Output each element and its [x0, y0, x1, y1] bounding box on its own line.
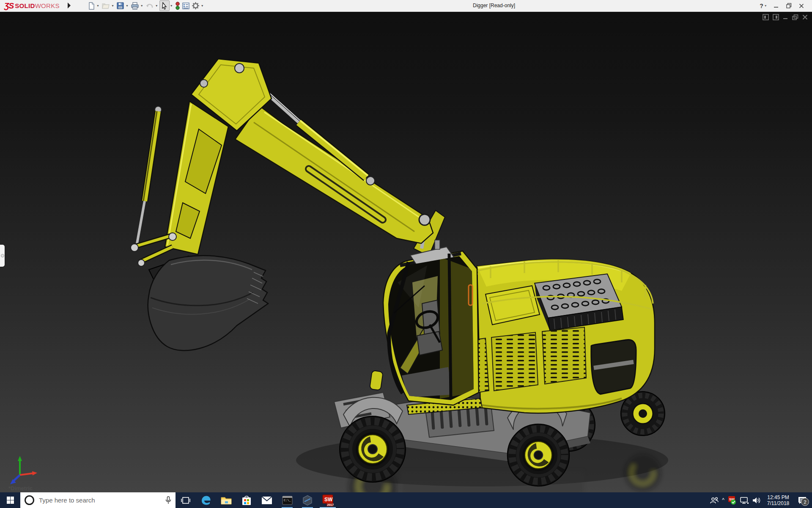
solidworks-2017-icon: SW 2017 [321, 494, 334, 506]
file-explorer-icon [221, 496, 232, 505]
edrawings-hexagon-icon [302, 495, 313, 506]
svg-text:C:\_: C:\_ [284, 499, 291, 502]
mail-icon [261, 496, 272, 505]
print-dropdown-arrow[interactable]: ▼ [140, 4, 143, 7]
view-orientation-label: *Dimetric [8, 485, 33, 491]
new-dropdown-arrow[interactable]: ▼ [96, 4, 99, 7]
traffic-light-icon [175, 2, 180, 10]
open-folder-icon [102, 2, 110, 10]
start-button[interactable] [0, 492, 20, 508]
file-properties-icon [182, 2, 190, 10]
side-mirror [370, 370, 383, 390]
options-dropdown-arrow[interactable]: ▼ [201, 4, 204, 7]
search-input[interactable] [38, 496, 162, 504]
document-window-controls [763, 14, 808, 20]
notification-badge: 2 [801, 498, 809, 506]
restore-button[interactable] [782, 0, 795, 11]
doc-restore-icon[interactable] [792, 14, 798, 20]
network-icon[interactable] [740, 497, 749, 504]
system-tray: ^ SW 12:45 PM 7/11/2018 [710, 492, 812, 508]
graphics-viewport[interactable]: *Dimetric [0, 11, 812, 492]
people-icon[interactable] [710, 497, 719, 504]
minimize-icon [774, 3, 779, 8]
doc-close-icon[interactable] [802, 14, 808, 20]
help-button[interactable]: ?▼ [757, 0, 770, 11]
stick-cylinder [137, 106, 162, 243]
action-center-button[interactable]: 2 [795, 492, 809, 508]
boom-arm[interactable] [235, 105, 433, 243]
taskbar-mail[interactable] [257, 492, 277, 508]
select-tool-button[interactable] [159, 0, 170, 11]
open-dropdown-arrow[interactable]: ▼ [111, 4, 114, 7]
doc-minimize-icon[interactable] [783, 14, 788, 20]
taskbar-solidworks[interactable]: SW 2017 [318, 492, 338, 508]
excavator-model-canvas[interactable] [0, 11, 812, 492]
menu-flyout-arrow[interactable] [68, 3, 71, 8]
cab-antenna [435, 240, 440, 249]
tray-date: 7/11/2018 [764, 500, 792, 506]
new-document-icon [88, 2, 95, 10]
task-view-icon [181, 496, 190, 505]
print-button[interactable] [130, 1, 140, 11]
solidworks-resource-monitor-icon[interactable]: SW [727, 496, 737, 505]
help-dropdown-arrow[interactable]: ▼ [764, 4, 767, 7]
svg-text:SW: SW [324, 497, 333, 502]
tray-expand-chevron[interactable]: ^ [722, 497, 724, 503]
select-dropdown-arrow[interactable]: ▼ [170, 4, 173, 7]
taskbar-command-prompt[interactable]: C:\_ [277, 492, 297, 508]
bucket[interactable] [148, 256, 268, 351]
new-document-button[interactable] [87, 1, 96, 11]
taskbar-edrawings[interactable] [297, 492, 318, 508]
close-icon [799, 3, 804, 8]
save-floppy-icon [116, 2, 124, 10]
stick-arm[interactable] [165, 59, 272, 254]
taskbar-file-explorer[interactable] [216, 492, 236, 508]
cortana-icon [25, 495, 34, 505]
solidworks-logo-glyph: ƷS [4, 1, 14, 11]
save-dropdown-arrow[interactable]: ▼ [126, 4, 129, 7]
document-title: Digger [Read-only] [473, 0, 515, 11]
tray-time: 12:45 PM [764, 494, 792, 500]
brand-name-bold: SOLID [15, 2, 35, 9]
minimize-button[interactable] [770, 0, 782, 11]
y-axis-arrow [18, 456, 22, 461]
svg-text:2017: 2017 [327, 503, 334, 506]
undo-icon [145, 3, 154, 9]
task-view-button[interactable] [176, 492, 196, 508]
select-cursor-icon [161, 2, 168, 10]
open-button[interactable] [101, 1, 111, 11]
window-1-icon[interactable] [763, 14, 769, 20]
restore-down-icon [786, 3, 792, 8]
edge-icon [200, 495, 211, 506]
wheel-front-left [340, 416, 406, 482]
wheel-front-right [508, 424, 570, 486]
file-properties-button[interactable] [181, 1, 191, 11]
title-bar: ƷS SOLIDWORKS ▼ ▼ ▼ [0, 0, 812, 12]
undo-dropdown-arrow[interactable]: ▼ [155, 4, 158, 7]
save-button[interactable] [115, 1, 125, 11]
taskbar-edge[interactable] [196, 492, 216, 508]
close-button[interactable] [795, 0, 808, 11]
solidworks-logo: ƷS SOLIDWORKS [4, 0, 60, 11]
microphone-icon[interactable] [165, 496, 171, 505]
standard-toolbar: ▼ ▼ ▼ ▼ [87, 0, 205, 11]
excavator-model[interactable] [131, 59, 665, 486]
cab-mid-pillar [449, 254, 451, 398]
reference-triad[interactable] [10, 456, 37, 484]
microsoft-store-icon [241, 495, 252, 506]
volume-icon[interactable] [752, 497, 761, 504]
brand-name-light: WORKS [35, 2, 60, 9]
windows-taskbar: C:\_ SW 2017 ^ SW [0, 492, 812, 508]
print-icon [131, 2, 139, 10]
taskbar-clock[interactable]: 12:45 PM 7/11/2018 [764, 494, 792, 506]
undo-button[interactable] [145, 1, 155, 11]
gear-icon [192, 2, 200, 10]
taskbar-search[interactable] [20, 492, 176, 508]
boom-pivot-pin [419, 214, 430, 225]
window-2-icon[interactable] [773, 14, 779, 20]
taskbar-store[interactable] [236, 492, 257, 508]
options-button[interactable] [191, 1, 200, 11]
command-prompt-icon: C:\_ [282, 496, 293, 505]
cab[interactable] [383, 240, 479, 405]
rebuild-button[interactable] [174, 1, 181, 11]
